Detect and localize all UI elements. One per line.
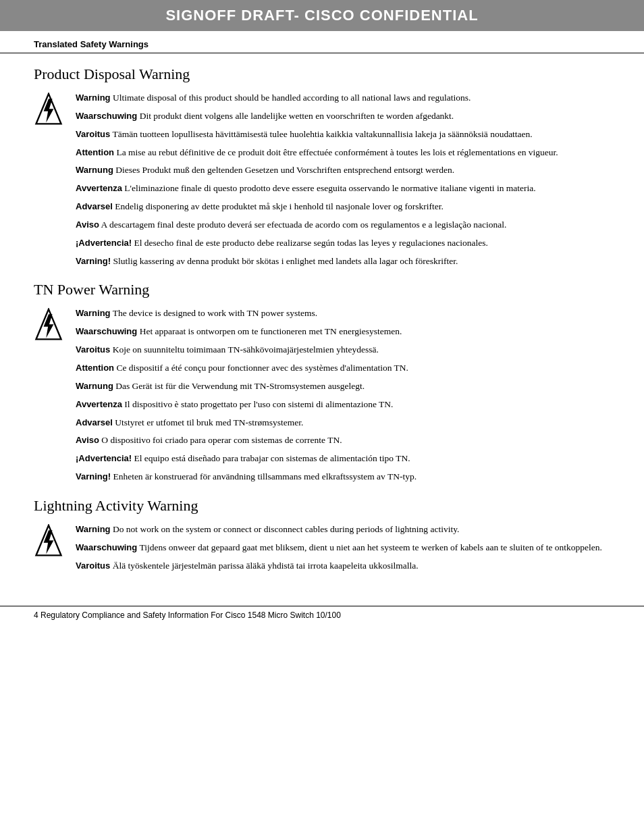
warning-content-product-disposal: Warning Ultimate disposal of this produc… bbox=[76, 91, 610, 267]
warning-paragraph-1-7: Aviso O dispositivo foi criado para oper… bbox=[76, 434, 610, 447]
warning-paragraph-0-1: Waarschuwing Dit produkt dient volgens a… bbox=[76, 109, 610, 123]
warning-paragraph-0-4: Warnung Dieses Produkt muß den geltenden… bbox=[76, 163, 610, 177]
warning-text-1-4: Das Gerät ist für die Verwendung mit TN-… bbox=[113, 381, 365, 391]
warning-block-lightning-activity: Warning Do not work on the system or con… bbox=[34, 523, 610, 573]
warning-label-0-4: Warnung bbox=[76, 165, 113, 175]
warning-text-0-6: Endelig disponering av dette produktet m… bbox=[113, 201, 444, 211]
warning-label-1-8: ¡Advertencia! bbox=[76, 453, 132, 463]
warning-block-tn-power: Warning The device is designed to work w… bbox=[34, 307, 610, 483]
header-banner: SIGNOFF DRAFT- CISCO CONFIDENTIAL bbox=[0, 0, 644, 31]
warning-content-lightning-activity: Warning Do not work on the system or con… bbox=[76, 523, 610, 573]
warning-label-0-9: Varning! bbox=[76, 256, 111, 266]
warning-paragraph-1-6: Advarsel Utstyret er utfomet til bruk me… bbox=[76, 416, 610, 429]
warning-paragraph-1-4: Warnung Das Gerät ist für die Verwendung… bbox=[76, 380, 610, 393]
warning-label-1-3: Attention bbox=[76, 363, 114, 373]
warning-label-1-0: Warning bbox=[76, 308, 111, 318]
warning-text-2-1: Tijdens onweer dat gepaard gaat met blik… bbox=[137, 542, 602, 552]
lightning-bolt-icon bbox=[34, 524, 63, 559]
warning-paragraph-1-0: Warning The device is designed to work w… bbox=[76, 307, 610, 320]
warning-label-1-6: Advarsel bbox=[76, 417, 113, 427]
warning-label-1-2: Varoitus bbox=[76, 344, 110, 355]
warning-text-1-8: El equipo está diseñado para trabajar co… bbox=[132, 453, 410, 463]
warning-label-0-7: Aviso bbox=[76, 219, 99, 230]
warning-text-0-7: A descartagem final deste produto deverá… bbox=[99, 219, 507, 230]
sections-container: Product Disposal Warning Warning Ultimat… bbox=[34, 66, 610, 572]
header-banner-text: SIGNOFF DRAFT- CISCO CONFIDENTIAL bbox=[165, 7, 478, 24]
warning-text-1-6: Utstyret er utfomet til bruk med TN-strø… bbox=[113, 417, 303, 427]
section-product-disposal: Product Disposal Warning Warning Ultimat… bbox=[34, 66, 610, 267]
footer: 4 Regulatory Compliance and Safety Infor… bbox=[0, 606, 644, 624]
warning-paragraph-1-1: Waarschuwing Het apparaat is ontworpen o… bbox=[76, 325, 610, 338]
warning-text-1-3: Ce dispositif a été conçu pour fonctionn… bbox=[114, 363, 408, 373]
warning-text-1-5: Il dispositivo è stato progettato per l'… bbox=[122, 399, 394, 409]
warning-paragraph-0-9: Varning! Slutlig kassering av denna prod… bbox=[76, 255, 610, 268]
warning-label-1-9: Varning! bbox=[76, 471, 111, 481]
warning-text-2-0: Do not work on the system or connect or … bbox=[111, 524, 460, 534]
warning-paragraph-1-3: Attention Ce dispositif a été conçu pour… bbox=[76, 361, 610, 375]
warning-label-2-1: Waarschuwing bbox=[76, 542, 137, 552]
warning-paragraph-0-7: Aviso A descartagem final deste produto … bbox=[76, 218, 610, 232]
warning-paragraph-1-9: Varning! Enheten är konstruerad för anvä… bbox=[76, 470, 610, 484]
warning-label-1-5: Avvertenza bbox=[76, 399, 122, 409]
warning-paragraph-0-5: Avvertenza L'eliminazione finale di ques… bbox=[76, 182, 610, 195]
warning-label-0-2: Varoitus bbox=[76, 129, 110, 139]
warning-label-0-3: Attention bbox=[76, 147, 114, 157]
warning-label-0-1: Waarschuwing bbox=[76, 111, 137, 121]
subheader-text: Translated Safety Warnings bbox=[34, 39, 149, 49]
section-heading-tn-power: TN Power Warning bbox=[34, 281, 610, 298]
warning-text-1-0: The device is designed to work with TN p… bbox=[111, 308, 318, 318]
warning-block-product-disposal: Warning Ultimate disposal of this produc… bbox=[34, 91, 610, 267]
warning-label-2-2: Varoitus bbox=[76, 561, 110, 571]
section-tn-power: TN Power Warning Warning The device is d… bbox=[34, 281, 610, 483]
warning-label-0-8: ¡Advertencia! bbox=[76, 238, 132, 248]
lightning-bolt-icon bbox=[34, 93, 63, 128]
warning-paragraph-0-6: Advarsel Endelig disponering av dette pr… bbox=[76, 200, 610, 213]
warning-label-0-6: Advarsel bbox=[76, 201, 113, 211]
warning-text-1-9: Enheten är konstruerad för användning ti… bbox=[111, 471, 417, 481]
warning-paragraph-2-0: Warning Do not work on the system or con… bbox=[76, 523, 610, 536]
warning-label-0-5: Avvertenza bbox=[76, 183, 122, 193]
section-heading-lightning-activity: Lightning Activity Warning bbox=[34, 497, 610, 515]
section-heading-product-disposal: Product Disposal Warning bbox=[34, 66, 610, 83]
warning-paragraph-2-1: Waarschuwing Tijdens onweer dat gepaard … bbox=[76, 541, 610, 554]
warning-label-2-0: Warning bbox=[76, 524, 111, 534]
warning-paragraph-0-0: Warning Ultimate disposal of this produc… bbox=[76, 91, 610, 105]
lightning-bolt-icon bbox=[34, 308, 63, 343]
main-content: Product Disposal Warning Warning Ultimat… bbox=[0, 66, 644, 599]
warning-text-0-9: Slutlig kassering av denna produkt bör s… bbox=[111, 256, 458, 266]
footer-text: 4 Regulatory Compliance and Safety Infor… bbox=[34, 610, 341, 620]
warning-paragraph-0-8: ¡Advertencia! El desecho final de este p… bbox=[76, 236, 610, 250]
warning-text-1-1: Het apparaat is ontworpen om te function… bbox=[137, 326, 402, 336]
warning-label-0-0: Warning bbox=[76, 93, 111, 103]
warning-text-2-2: Älä työskentele järjestelmän parissa älä… bbox=[110, 561, 418, 571]
warning-icon-lightning-activity bbox=[34, 524, 66, 562]
warning-paragraph-0-3: Attention La mise au rebut définitive de… bbox=[76, 146, 610, 159]
warning-text-1-7: O dispositivo foi criado para operar com… bbox=[99, 435, 342, 445]
warning-icon-tn-power bbox=[34, 308, 66, 346]
warning-text-0-2: Tämän tuotteen lopullisesta hävittämises… bbox=[110, 129, 532, 139]
warning-text-0-4: Dieses Produkt muß den geltenden Gesetze… bbox=[113, 165, 454, 175]
warning-paragraph-1-2: Varoitus Koje on suunniteltu toimimaan T… bbox=[76, 343, 610, 357]
warning-paragraph-1-8: ¡Advertencia! El equipo está diseñado pa… bbox=[76, 452, 610, 465]
warning-text-0-5: L'eliminazione finale di questo prodotto… bbox=[122, 183, 536, 193]
warning-label-1-4: Warnung bbox=[76, 381, 113, 391]
warning-text-0-8: El desecho final de este producto debe r… bbox=[132, 238, 488, 248]
warning-text-0-3: La mise au rebut définitive de ce produi… bbox=[114, 147, 558, 157]
warning-text-0-0: Ultimate disposal of this product should… bbox=[111, 93, 471, 103]
warning-label-1-1: Waarschuwing bbox=[76, 326, 137, 336]
section-lightning-activity: Lightning Activity Warning Warning Do no… bbox=[34, 497, 610, 573]
warning-paragraph-2-2: Varoitus Älä työskentele järjestelmän pa… bbox=[76, 559, 610, 573]
subheader: Translated Safety Warnings bbox=[0, 36, 644, 53]
warning-label-1-7: Aviso bbox=[76, 435, 99, 445]
warning-paragraph-0-2: Varoitus Tämän tuotteen lopullisesta häv… bbox=[76, 128, 610, 141]
warning-icon-product-disposal bbox=[34, 93, 66, 130]
warning-text-0-1: Dit produkt dient volgens alle landelijk… bbox=[137, 111, 454, 121]
warning-content-tn-power: Warning The device is designed to work w… bbox=[76, 307, 610, 483]
warning-paragraph-1-5: Avvertenza Il dispositivo è stato proget… bbox=[76, 398, 610, 411]
warning-text-1-2: Koje on suunniteltu toimimaan TN-sähkövo… bbox=[110, 344, 379, 355]
